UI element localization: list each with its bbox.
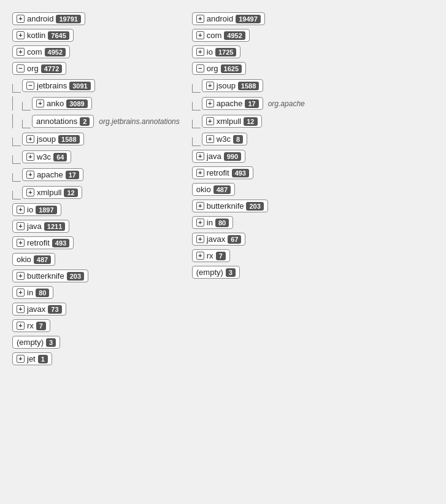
plus-icon: + (17, 31, 25, 39)
tree-node-jet: +jet1 (12, 352, 180, 365)
node-label-empty[interactable]: (empty)3 (12, 336, 60, 349)
node-badge-jsoup2: 1588 (238, 82, 259, 90)
node-label-android[interactable]: +android19791 (12, 12, 85, 25)
plus-icon: + (206, 135, 214, 143)
plus-icon: + (17, 239, 25, 247)
node-label-butterknife[interactable]: +butterknife203 (12, 269, 88, 282)
tree-connector-level-0 (192, 120, 201, 128)
plus-icon: + (196, 48, 204, 56)
tree-node-com2: +com4952 (192, 29, 327, 42)
node-label-retrofit2[interactable]: +retrofit493 (192, 166, 253, 179)
tree-node-w3c: +w3c64 (12, 150, 180, 164)
node-label-com[interactable]: +com4952 (12, 45, 70, 58)
node-label-jsoup[interactable]: +jsoup1588 (22, 133, 84, 145)
tree-connector-level-0 (12, 96, 21, 110)
node-text-jsoup: jsoup (37, 134, 56, 144)
node-label-okio[interactable]: okio487 (12, 253, 55, 266)
node-text-empty: (empty) (17, 338, 44, 347)
node-label-annotations[interactable]: annotations2 (32, 115, 94, 128)
node-label-butterknife2[interactable]: +butterknife203 (192, 200, 268, 212)
node-label-okio2[interactable]: okio487 (192, 183, 235, 196)
tree-connector-level-1 (22, 102, 31, 110)
node-text-w3c: w3c (37, 152, 51, 161)
node-badge-kotlin: 7645 (48, 31, 69, 40)
node-label-android2[interactable]: +android19497 (192, 12, 265, 25)
plus-icon: + (196, 235, 204, 243)
node-label-w3c[interactable]: +w3c64 (22, 150, 71, 163)
tree-node-rx: +rx7 (12, 319, 180, 332)
node-text-java2: java (207, 152, 221, 161)
tree-node-okio2: okio487 (192, 183, 327, 196)
tree-node-xmlpull: +xmlpull12 (12, 185, 180, 200)
node-label-anko[interactable]: +anko3089 (32, 97, 92, 110)
node-label-empty2[interactable]: (empty)3 (192, 266, 240, 279)
right-column: +android19497+com4952+io1725−org1625+jso… (192, 12, 327, 365)
node-badge-java: 1211 (44, 222, 65, 231)
node-label-jet[interactable]: +jet1 (12, 352, 52, 365)
node-badge-retrofit2: 493 (232, 169, 249, 177)
plus-icon: + (196, 202, 204, 210)
node-label-apache[interactable]: +apache17 (22, 168, 83, 181)
node-label-javax[interactable]: +javax73 (12, 303, 66, 316)
node-label-java2[interactable]: +java990 (192, 150, 245, 163)
node-text-kotlin: kotlin (27, 31, 45, 40)
node-badge-apache2: 17 (245, 99, 258, 108)
node-label-rx2[interactable]: +rx7 (192, 249, 230, 262)
tree-node-jsoup2: +jsoup1588 (192, 79, 327, 93)
node-badge-rx2: 7 (216, 252, 226, 260)
node-badge-jet: 1 (38, 355, 48, 363)
node-label-jetbrains[interactable]: −jetbrains3091 (22, 79, 95, 92)
plus-icon: + (26, 188, 34, 196)
node-text-butterknife2: butterknife (207, 201, 244, 211)
node-label-jsoup2[interactable]: +jsoup1588 (202, 79, 264, 92)
node-label-java[interactable]: +java1211 (12, 220, 69, 233)
tree-node-android2: +android19497 (192, 12, 327, 25)
node-label-xmlpull2[interactable]: +xmlpull12 (202, 115, 262, 128)
node-badge-w3c2: 8 (233, 135, 243, 144)
tree-node-io: +io1897 (12, 203, 180, 216)
tree-connector-level-0 (12, 173, 21, 182)
node-text-xmlpull: xmlpull (37, 188, 61, 197)
tree-connector-level-0 (12, 155, 21, 164)
node-label-w3c2[interactable]: +w3c8 (202, 133, 247, 145)
node-text-retrofit2: retrofit (207, 168, 229, 177)
node-label-kotlin[interactable]: +kotlin7645 (12, 29, 74, 42)
node-label-io[interactable]: +io1897 (12, 203, 61, 216)
plus-icon: + (196, 31, 204, 39)
plus-icon: + (17, 206, 25, 214)
tree-node-okio: okio487 (12, 253, 180, 266)
node-label-org2[interactable]: −org1625 (192, 62, 246, 75)
tree-node-javax2: +javax67 (192, 233, 327, 246)
tree-node-java: +java1211 (12, 220, 180, 233)
node-label-apache2[interactable]: +apache17 (202, 97, 263, 110)
node-text-okio2: okio (196, 185, 211, 194)
node-label-javax2[interactable]: +javax67 (192, 233, 246, 246)
node-annotation-annotations: org.jetbrains.annotations (99, 117, 179, 126)
plus-icon: + (196, 169, 204, 177)
tree-node-retrofit: +retrofit493 (12, 236, 180, 249)
node-badge-empty: 3 (46, 338, 56, 347)
node-annotation-apache2: org.apache (268, 99, 305, 108)
plus-icon: + (206, 117, 214, 125)
node-label-org[interactable]: −org4772 (12, 62, 66, 75)
node-badge-w3c: 64 (53, 153, 67, 161)
tree-node-in2: +in80 (192, 216, 327, 229)
node-text-com2: com (207, 31, 222, 40)
node-label-com2[interactable]: +com4952 (192, 29, 250, 42)
node-label-retrofit[interactable]: +retrofit493 (12, 236, 74, 249)
tree-node-javax: +javax73 (12, 303, 180, 316)
node-label-in2[interactable]: +in80 (192, 216, 233, 229)
node-label-xmlpull[interactable]: +xmlpull12 (22, 186, 82, 199)
node-text-jsoup2: jsoup (217, 81, 236, 90)
node-badge-retrofit: 493 (52, 239, 69, 247)
node-text-w3c2: w3c (217, 134, 231, 144)
node-label-in[interactable]: +in80 (12, 286, 53, 299)
node-badge-okio: 487 (34, 255, 51, 264)
node-badge-empty2: 3 (226, 268, 236, 277)
node-text-org: org (27, 64, 39, 73)
node-label-io2[interactable]: +io1725 (192, 45, 241, 58)
tree-node-android: +android19791 (12, 12, 180, 25)
node-badge-xmlpull: 12 (64, 188, 77, 197)
node-badge-com: 4952 (45, 48, 66, 56)
node-label-rx[interactable]: +rx7 (12, 319, 50, 332)
